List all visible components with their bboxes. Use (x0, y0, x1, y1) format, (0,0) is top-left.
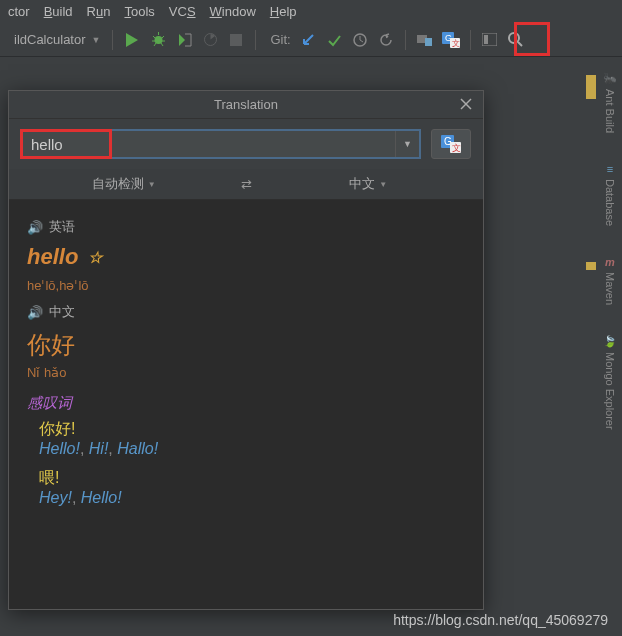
definition-cn: 你好! (39, 419, 465, 440)
tool-mongo[interactable]: 🍃Mongo Explorer (603, 335, 617, 430)
svg-line-4 (162, 36, 164, 38)
input-dropdown-icon[interactable]: ▼ (395, 131, 419, 157)
swap-languages-icon[interactable]: ⇄ (241, 177, 252, 192)
definition-en: Hello!, Hi!, Hallo! (39, 440, 465, 458)
favorite-star-icon[interactable]: ☆ (88, 248, 102, 267)
tool-ant-build[interactable]: 🐜Ant Build (603, 72, 617, 133)
translate-engine-button[interactable]: G文 (431, 129, 471, 159)
svg-rect-14 (425, 38, 432, 46)
right-tool-sidebar: 🐜Ant Build ≡Database mMaven 🍃Mongo Explo… (598, 62, 622, 430)
terminal-fold-button[interactable] (479, 29, 501, 51)
definition-block: 喂! Hey!, Hello! (27, 468, 465, 507)
tool-maven[interactable]: mMaven (604, 256, 616, 305)
menu-tools[interactable]: Tools (124, 4, 154, 19)
language-row: 自动检测 ▼ ⇄ 中文 ▼ (9, 169, 483, 200)
part-of-speech: 感叹词 (27, 394, 465, 413)
annotation-highlight (20, 129, 112, 159)
profile-button[interactable] (199, 29, 221, 51)
svg-text:文: 文 (452, 143, 461, 153)
translate-button[interactable]: G文 (440, 29, 462, 51)
separator (112, 30, 113, 50)
source-word: hello ☆ (27, 244, 465, 270)
speaker-icon[interactable]: 🔊 (27, 305, 43, 320)
run-config-selector[interactable]: ildCalculator▼ (8, 30, 106, 49)
svg-line-7 (154, 43, 156, 46)
menu-refactor[interactable]: ctor (8, 4, 30, 19)
translation-body: 🔊 英语 hello ☆ heˈlō,həˈlō 🔊 中文 你好 Nǐ hǎo … (9, 200, 483, 609)
definition-cn: 喂! (39, 468, 465, 489)
separator (405, 30, 406, 50)
source-lang-header: 🔊 英语 (27, 218, 465, 236)
menubar: ctor Build Run Tools VCS Window Help (0, 0, 622, 23)
menu-help[interactable]: Help (270, 4, 297, 19)
editor-marker (586, 262, 596, 270)
translation-popup: Translation ▼ G文 自动检测 ▼ ⇄ 中文 ▼ 🔊 英语 hell… (8, 90, 484, 610)
svg-rect-20 (484, 35, 488, 44)
annotation-highlight (514, 22, 550, 56)
definition-block: 你好! Hello!, Hi!, Hallo! (27, 419, 465, 458)
stop-button[interactable] (225, 29, 247, 51)
definition-en: Hey!, Hello! (39, 489, 465, 507)
target-lang-header: 🔊 中文 (27, 303, 465, 321)
popup-titlebar: Translation (9, 91, 483, 119)
git-commit-button[interactable] (323, 29, 345, 51)
svg-marker-9 (179, 34, 185, 46)
menu-build[interactable]: Build (44, 4, 73, 19)
separator (255, 30, 256, 50)
svg-line-8 (161, 43, 163, 46)
git-update-button[interactable] (297, 29, 319, 51)
menu-vcs[interactable]: VCS (169, 4, 196, 19)
project-structure-button[interactable] (414, 29, 436, 51)
svg-text:文: 文 (452, 39, 460, 48)
svg-rect-11 (230, 34, 242, 46)
speaker-icon[interactable]: 🔊 (27, 220, 43, 235)
separator (470, 30, 471, 50)
debug-button[interactable] (147, 29, 169, 51)
close-icon[interactable] (459, 97, 475, 113)
git-label: Git: (270, 32, 290, 47)
phonetic: heˈlō,həˈlō (27, 278, 465, 293)
run-button[interactable] (121, 29, 143, 51)
coverage-button[interactable] (173, 29, 195, 51)
svg-marker-0 (126, 33, 138, 47)
target-language-selector[interactable]: 中文 ▼ (272, 175, 466, 193)
pinyin: Nǐ hǎo (27, 365, 465, 380)
popup-title-text: Translation (214, 97, 278, 112)
editor-marker (586, 75, 596, 99)
menu-window[interactable]: Window (210, 4, 256, 19)
svg-line-3 (153, 36, 155, 38)
tool-database[interactable]: ≡Database (604, 163, 616, 226)
watermark: https://blog.csdn.net/qq_45069279 (393, 612, 608, 628)
menu-run[interactable]: Run (87, 4, 111, 19)
source-language-selector[interactable]: 自动检测 ▼ (27, 175, 221, 193)
git-history-button[interactable] (349, 29, 371, 51)
translated-word: 你好 (27, 329, 465, 361)
git-rollback-button[interactable] (375, 29, 397, 51)
